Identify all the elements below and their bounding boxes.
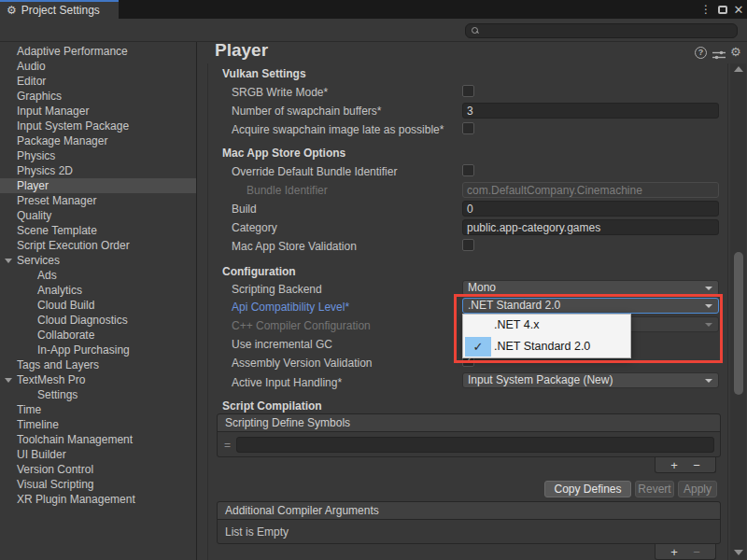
sidebar-item-time[interactable]: Time bbox=[0, 402, 196, 417]
additional-compiler-args-header: Additional Compiler Arguments bbox=[218, 502, 720, 520]
section-title-mac: Mac App Store Options bbox=[222, 147, 345, 160]
help-icon[interactable]: ? bbox=[695, 47, 707, 59]
override-bundle-checkbox[interactable] bbox=[462, 164, 474, 176]
section-title-vulkan: Vulkan Settings bbox=[222, 67, 306, 80]
remove-button: − bbox=[693, 546, 700, 558]
sidebar-item-preset-manager[interactable]: Preset Manager bbox=[0, 193, 196, 208]
tab-project-settings[interactable]: ⚙ Project Settings bbox=[0, 0, 119, 19]
caret-down-icon bbox=[5, 259, 12, 263]
tab-title: Project Settings bbox=[21, 4, 100, 17]
sidebar-item-visual-scripting[interactable]: Visual Scripting bbox=[0, 477, 196, 492]
scripting-define-symbols-header: Scripting Define Symbols bbox=[218, 414, 720, 432]
sidebar-item-script-execution-order[interactable]: Script Execution Order bbox=[0, 238, 196, 253]
active-input-handling-label: Active Input Handling* bbox=[232, 376, 460, 389]
sidebar-item-label: Physics bbox=[17, 149, 55, 162]
section-title-configuration: Configuration bbox=[222, 265, 296, 278]
sidebar-item-label: Cloud Build bbox=[37, 299, 94, 312]
sidebar-item-physics[interactable]: Physics bbox=[0, 148, 196, 163]
drag-handle-icon[interactable]: = bbox=[224, 439, 231, 452]
gear-icon[interactable]: ⚙ bbox=[730, 45, 741, 59]
build-field[interactable] bbox=[462, 201, 719, 217]
sidebar-item-package-manager[interactable]: Package Manager bbox=[0, 133, 196, 148]
close-icon[interactable]: ✕ bbox=[732, 0, 745, 19]
scroll-up-icon[interactable] bbox=[734, 66, 743, 72]
srgb-write-mode-checkbox[interactable] bbox=[462, 85, 474, 97]
sidebar-item-version-control[interactable]: Version Control bbox=[0, 462, 196, 477]
maximize-icon[interactable] bbox=[715, 0, 730, 19]
sidebar-item-timeline[interactable]: Timeline bbox=[0, 417, 196, 432]
sidebar-item-xr-plugin-management[interactable]: XR Plugin Management bbox=[0, 492, 196, 507]
sidebar-item-label: Graphics bbox=[17, 90, 62, 103]
sidebar-item-cloud-diagnostics[interactable]: Cloud Diagnostics bbox=[0, 313, 196, 328]
sidebar-item-textmesh-pro[interactable]: TextMesh Pro bbox=[0, 372, 196, 387]
sidebar-item-label: Editor bbox=[17, 75, 46, 88]
sidebar-item-audio[interactable]: Audio bbox=[0, 59, 196, 74]
sidebar-item-collaborate[interactable]: Collaborate bbox=[0, 328, 196, 343]
sidebar-item-label: Scene Template bbox=[17, 224, 97, 237]
sidebar-item-toolchain-management[interactable]: Toolchain Management bbox=[0, 432, 196, 447]
sidebar-item-adaptive-performance[interactable]: Adaptive Performance bbox=[0, 44, 196, 59]
sidebar-item-graphics[interactable]: Graphics bbox=[0, 89, 196, 104]
sidebar-item-label: Tags and Layers bbox=[17, 358, 99, 371]
acquire-swapchain-checkbox[interactable] bbox=[462, 122, 474, 134]
dropdown-value: .NET Standard 2.0 bbox=[468, 299, 560, 312]
remove-button[interactable]: − bbox=[693, 459, 700, 471]
define-symbol-input[interactable] bbox=[236, 437, 714, 453]
category-field[interactable] bbox=[462, 219, 719, 235]
mac-validation-label: Mac App Store Validation bbox=[232, 240, 460, 253]
swapchain-buffers-field[interactable] bbox=[462, 103, 719, 119]
sidebar-item-tags-and-layers[interactable]: Tags and Layers bbox=[0, 357, 196, 372]
scroll-down-icon[interactable] bbox=[734, 550, 743, 555]
sidebar-item-analytics[interactable]: Analytics bbox=[0, 283, 196, 298]
chevron-down-icon bbox=[705, 379, 712, 383]
sidebar-item-player[interactable]: Player bbox=[0, 178, 196, 193]
list-empty-text: List is Empty bbox=[225, 525, 289, 539]
sidebar-item-services[interactable]: Services bbox=[0, 253, 196, 268]
override-bundle-label: Override Default Bundle Identifier bbox=[232, 165, 460, 178]
sidebar-item-label: Script Execution Order bbox=[17, 239, 130, 252]
sidebar-item-label: Preset Manager bbox=[17, 194, 96, 207]
sidebar-item-scene-template[interactable]: Scene Template bbox=[0, 223, 196, 238]
sidebar-item-physics-2d[interactable]: Physics 2D bbox=[0, 163, 196, 178]
window-menu-icon[interactable]: ⋮ bbox=[699, 0, 712, 19]
preset-icon[interactable] bbox=[712, 48, 726, 64]
chevron-down-icon bbox=[705, 323, 712, 327]
api-compatibility-popup: .NET 4.x .NET Standard 2.0 ✓ bbox=[462, 314, 631, 358]
popup-option-net4x[interactable]: .NET 4.x bbox=[463, 315, 630, 336]
sidebar-item-label: Adaptive Performance bbox=[17, 45, 128, 58]
mac-validation-checkbox[interactable] bbox=[462, 239, 474, 251]
api-compatibility-dropdown[interactable]: .NET Standard 2.0 bbox=[462, 298, 719, 314]
category-label: Category bbox=[232, 221, 460, 234]
add-button[interactable]: + bbox=[670, 459, 678, 471]
sidebar-item-editor[interactable]: Editor bbox=[0, 74, 196, 89]
sidebar-item-input-manager[interactable]: Input Manager bbox=[0, 104, 196, 119]
sidebar-item-label: Quality bbox=[17, 209, 51, 222]
add-button[interactable]: + bbox=[670, 546, 678, 558]
active-input-handling-dropdown[interactable]: Input System Package (New) bbox=[462, 372, 719, 388]
bundle-identifier-label: Bundle Identifier bbox=[247, 184, 475, 197]
revert-button: Revert bbox=[635, 481, 674, 497]
title-bar: ⚙ Project Settings ⋮ ✕ bbox=[0, 0, 747, 19]
sidebar-item-label: XR Plugin Management bbox=[17, 493, 135, 506]
sidebar-item-cloud-build[interactable]: Cloud Build bbox=[0, 298, 196, 313]
acquire-swapchain-label: Acquire swapchain image late as possible… bbox=[232, 123, 460, 136]
sidebar-item-tmp-settings[interactable]: Settings bbox=[0, 387, 196, 402]
sidebar-item-label: Cloud Diagnostics bbox=[37, 314, 128, 327]
srgb-write-mode-label: SRGB Write Mode* bbox=[232, 86, 460, 99]
search-input[interactable] bbox=[479, 24, 737, 37]
sidebar-item-label: Audio bbox=[17, 60, 46, 73]
sidebar-item-label: Player bbox=[17, 179, 49, 192]
sidebar-item-label: Physics 2D bbox=[17, 164, 73, 177]
sidebar-item-input-system-package[interactable]: Input System Package bbox=[0, 119, 196, 133]
sidebar-item-label: Timeline bbox=[17, 418, 59, 431]
sidebar-item-in-app-purchasing[interactable]: In-App Purchasing bbox=[0, 343, 196, 357]
sidebar-item-ui-builder[interactable]: UI Builder bbox=[0, 447, 196, 462]
sidebar-item-label: Input Manager bbox=[17, 105, 89, 118]
scrollbar-thumb[interactable] bbox=[734, 252, 743, 395]
copy-defines-button[interactable]: Copy Defines bbox=[544, 481, 631, 497]
sidebar-item-label: In-App Purchasing bbox=[37, 343, 130, 357]
scripting-backend-label: Scripting Backend bbox=[232, 283, 460, 296]
sidebar-item-quality[interactable]: Quality bbox=[0, 208, 196, 223]
sidebar-item-ads[interactable]: Ads bbox=[0, 268, 196, 283]
scripting-backend-dropdown[interactable]: Mono bbox=[462, 280, 719, 296]
